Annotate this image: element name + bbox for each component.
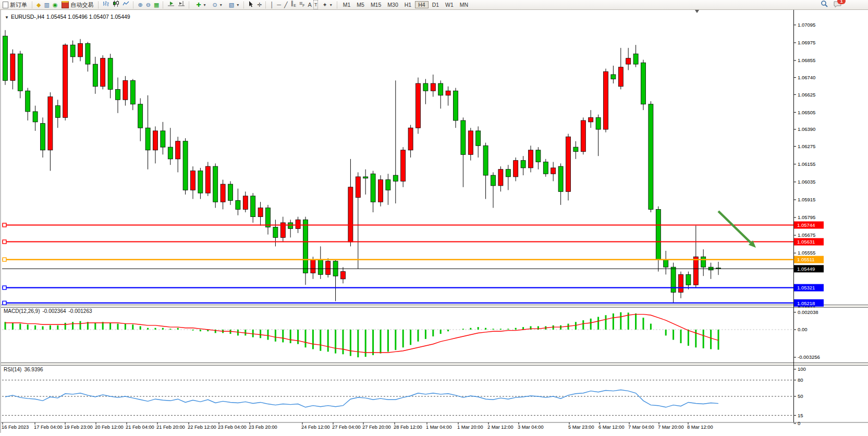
hline-handle[interactable] [3, 240, 6, 244]
symbol-label: EURUSD-,H4 [11, 14, 44, 20]
data-window-icon[interactable]: ▥ [42, 1, 51, 9]
rsi-line [5, 390, 718, 407]
horizontal-line-tool-icon[interactable]: ─ [275, 1, 283, 9]
text-tool-icon[interactable]: A [307, 1, 313, 9]
periods-button[interactable]: ⊙ ▾ [209, 1, 225, 9]
candle-body [101, 58, 105, 87]
toolbar-separator [243, 2, 244, 8]
timeframe-m15[interactable]: M15 [368, 2, 384, 8]
cursor-icon[interactable] [247, 1, 255, 9]
price-badge-label: 1.05744 [797, 222, 815, 228]
timeframe-h1[interactable]: H1 [402, 2, 414, 8]
candle-body [273, 227, 278, 237]
y-tick-label: 1.07095 [798, 22, 815, 28]
y-tick-label: 1.05675 [798, 232, 815, 238]
x-tick-label: 16 Feb 2023 [2, 425, 29, 430]
candle-body [633, 54, 638, 64]
candle-body [498, 169, 503, 186]
channel-tool-icon[interactable]: ∥E [289, 0, 298, 10]
panel-splitter[interactable] [1, 305, 868, 307]
ohlc-values: 1.05454 1.05496 1.05407 1.05449 [46, 14, 130, 20]
rsi-axis[interactable]: 1008050150 [794, 366, 806, 426]
vertical-line-tool-icon[interactable]: │ [268, 1, 275, 9]
time-axis[interactable]: 16 Feb 202317 Feb 04:0019 Feb 23:0020 Fe… [2, 422, 713, 430]
candle-body [221, 184, 225, 202]
trendline-tool-icon[interactable]: ╱ [283, 1, 289, 9]
zoom-out-icon[interactable]: ⊖ [144, 1, 152, 9]
timeframe-mn[interactable]: MN [457, 2, 471, 8]
chart-canvas[interactable]: 1.070951.069751.068551.067401.066251.065… [0, 0, 868, 436]
x-tick-label: 6 Mar 12:00 [598, 425, 625, 430]
templates-button[interactable]: ▧ ▾ [225, 1, 241, 9]
arrows-tool-button[interactable]: ✦ ▾ [318, 1, 334, 9]
bar-chart-icon[interactable] [101, 1, 111, 9]
y-tick-label: 1.06625 [798, 92, 815, 98]
template-icon: ▧ [227, 1, 236, 9]
notifications-button[interactable]: 1 [834, 1, 842, 9]
timeframe-d1[interactable]: D1 [430, 2, 442, 8]
candle-body [461, 120, 466, 154]
candle-body [454, 91, 458, 120]
candlestick-icon[interactable] [111, 1, 121, 9]
candle-body [78, 43, 83, 57]
candle-body [468, 131, 473, 154]
signals-icon[interactable]: ◉ [51, 1, 59, 9]
toolbar: 新订单 ◆ ▥ ◉ 自动交易 ⊕ ⊖ ▦ ✚ ▾ ⊙ ▾ ▧ ▾ ✛ │ [0, 0, 868, 10]
timeframe-m1[interactable]: M1 [340, 2, 353, 8]
zoom-in-icon[interactable]: ⊕ [136, 1, 144, 9]
crosshair-icon[interactable]: ✛ [255, 1, 263, 9]
shift-marker[interactable] [695, 10, 699, 13]
x-tick-label: 20 Feb 12:00 [95, 425, 124, 430]
timeframe-m5[interactable]: M5 [354, 2, 367, 8]
candle-body [108, 58, 113, 90]
auto-trading-icon [62, 1, 69, 8]
rsi-label: RSI(14)36.9396 [4, 367, 46, 372]
candle-body [529, 150, 533, 168]
timeframe-h4[interactable]: H4 [415, 1, 428, 8]
toolbar-separator [98, 2, 99, 8]
macd-layer [5, 312, 718, 357]
candle-body [664, 260, 668, 267]
auto-trading-label: 自动交易 [70, 1, 93, 9]
chevron-down-icon: ▾ [237, 3, 239, 7]
x-tick-label: 27 Feb 20:00 [362, 425, 391, 430]
x-tick-label: 28 Feb 12:00 [394, 425, 422, 430]
candle-body [408, 128, 413, 150]
auto-trading-button[interactable]: 自动交易 [59, 1, 96, 9]
candle-body [438, 83, 443, 95]
tile-windows-icon[interactable]: ▦ [152, 1, 161, 9]
macd-label: MACD(12,26,9)-0.002364-0.001263 [4, 308, 95, 314]
candle-body [153, 131, 158, 150]
macd-axis[interactable]: 0.0020380.00-0.003256 [794, 309, 820, 360]
hline-handle[interactable] [3, 286, 6, 289]
timeframe-w1[interactable]: W1 [443, 2, 456, 8]
rsi-tick-label: 100 [798, 366, 806, 372]
market-watch-icon[interactable]: ◆ [35, 1, 42, 9]
x-tick-label: 1 Mar 04:00 [426, 425, 452, 430]
candle-body [581, 120, 585, 152]
collapse-icon[interactable]: ▼ [5, 15, 9, 20]
fibonacci-tool-icon[interactable]: ≡F [298, 0, 307, 10]
search-icon[interactable] [819, 0, 829, 9]
toolbar-separator [163, 2, 164, 8]
text-label-tool-icon[interactable]: T [313, 0, 319, 9]
hline-handle[interactable] [3, 223, 6, 227]
x-tick-label: 1 Mar 20:00 [457, 425, 483, 430]
hline-handle[interactable] [3, 258, 6, 261]
indicators-button[interactable]: ✚ ▾ [192, 1, 208, 9]
x-tick-label: 7 Mar 20:00 [658, 425, 684, 430]
hline-handle[interactable] [3, 301, 6, 305]
timeframe-buttons: M1M5M15M30H1H4D1W1MN [340, 1, 471, 8]
chart-shift-icon[interactable] [176, 1, 187, 9]
panel-splitter[interactable] [1, 363, 868, 365]
candle-body [198, 171, 203, 193]
line-chart-icon[interactable] [121, 1, 131, 9]
timeframe-m30[interactable]: M30 [385, 2, 400, 8]
candle-body [55, 106, 60, 118]
candle-body [693, 257, 698, 285]
candle-body [371, 174, 375, 202]
y-tick-label: 1.05915 [798, 197, 815, 202]
auto-scroll-icon[interactable] [166, 1, 176, 9]
new-order-button[interactable]: 新订单 [0, 1, 30, 9]
candle-body [416, 83, 421, 128]
